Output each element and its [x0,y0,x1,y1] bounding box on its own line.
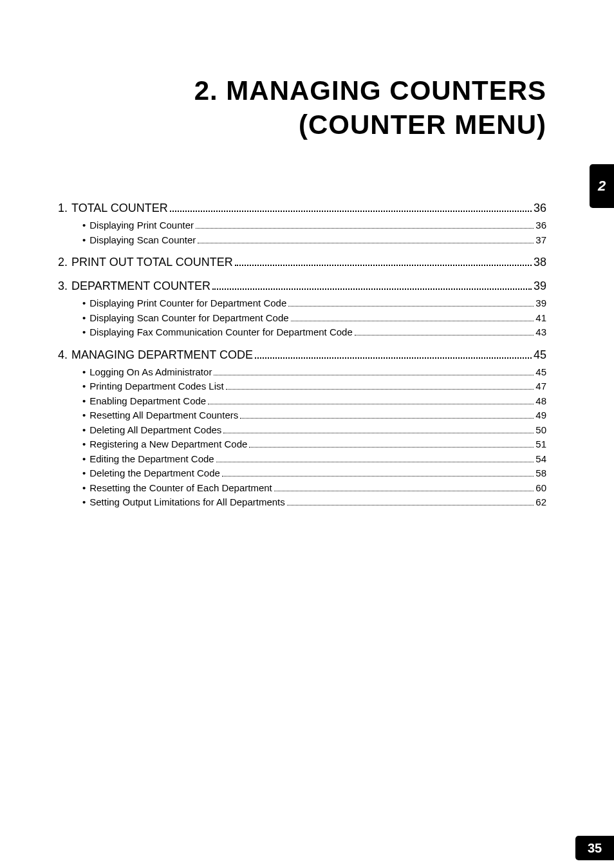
toc-subentry-page: 39 [535,296,546,311]
bullet-icon: • [82,233,89,248]
bullet-icon: • [82,311,89,326]
toc-subentry-page: 60 [535,481,546,496]
toc-entry-page: 36 [534,200,546,217]
toc-leader-dots [288,306,534,307]
toc-leader-dots [287,505,534,505]
toc-subentry-page: 47 [535,379,546,394]
toc-leader-dots [208,404,534,404]
bullet-icon: • [82,365,89,380]
toc-subentry[interactable]: •Displaying Print Counter for Department… [58,296,546,311]
toc-subentry-page: 51 [535,437,546,452]
toc-subentry[interactable]: •Resetting All Department Counters49 [58,408,546,423]
toc-subentry[interactable]: •Deleting All Department Codes50 [58,423,546,438]
toc-entry-page: 39 [534,278,546,295]
toc-entry[interactable]: 4.MANAGING DEPARTMENT CODE45 [58,346,546,364]
toc-subentry-label: Displaying Scan Counter for Department C… [89,311,288,326]
toc-subentry[interactable]: •Displaying Scan Counter for Department … [58,311,546,326]
toc-section: 4.MANAGING DEPARTMENT CODE45•Logging On … [58,346,546,510]
toc-subentry-label: Setting Output Limitations for All Depar… [89,495,284,510]
toc-subentry-label: Displaying Fax Communication Counter for… [89,325,353,340]
toc-entry-label: TOTAL COUNTER [71,200,168,217]
toc-subentry-page: 41 [535,311,546,326]
toc-leader-dots [198,243,534,243]
page-number-footer: 35 [575,836,614,860]
bullet-icon: • [82,481,89,496]
toc-subentry[interactable]: •Deleting the Department Code58 [58,466,546,481]
toc-subentry-label: Deleting the Department Code [89,466,220,481]
toc-subentry-label: Deleting All Department Codes [89,423,221,438]
chapter-title-line2: (COUNTER MENU) [0,108,546,142]
toc-subentry-page: 62 [535,495,546,510]
toc-subentry-page: 48 [535,394,546,409]
toc-leader-dots [170,211,532,212]
toc-subentry-label: Enabling Department Code [89,394,206,409]
toc-subentry-page: 43 [535,325,546,340]
toc-subentry-page: 45 [535,365,546,380]
toc-section: 1.TOTAL COUNTER36•Displaying Print Count… [58,200,546,247]
bullet-icon: • [82,218,89,233]
toc-entry-label: DEPARTMENT COUNTER [71,278,210,295]
toc-subentry[interactable]: •Displaying Fax Communication Counter fo… [58,325,546,340]
toc-subentry[interactable]: •Enabling Department Code48 [58,394,546,409]
toc-leader-dots [212,288,532,290]
toc-subentry[interactable]: •Logging On As Administrator45 [58,365,546,380]
toc-leader-dots [214,375,534,375]
toc-subentry[interactable]: •Displaying Print Counter36 [58,218,546,233]
bullet-icon: • [82,296,89,311]
toc-entry-page: 38 [534,254,546,271]
chapter-tab: 2 [590,164,614,208]
toc-leader-dots [255,357,532,359]
bullet-icon: • [82,408,89,423]
toc-entry-number: 4. [58,346,71,364]
bullet-icon: • [82,325,89,340]
toc-entry-label: PRINT OUT TOTAL COUNTER [71,254,233,271]
toc-subentry-page: 58 [535,466,546,481]
toc-section: 3.DEPARTMENT COUNTER39•Displaying Print … [58,278,546,340]
toc-subentry-page: 54 [535,452,546,467]
toc-leader-dots [291,321,534,321]
toc-entry[interactable]: 3.DEPARTMENT COUNTER39 [58,278,546,295]
toc-entry-number: 2. [58,254,71,271]
bullet-icon: • [82,437,89,452]
bullet-icon: • [82,495,89,510]
toc-subentry[interactable]: •Setting Output Limitations for All Depa… [58,495,546,510]
toc-subentry-page: 50 [535,423,546,438]
toc-subentry-label: Logging On As Administrator [89,365,212,380]
toc-leader-dots [235,265,532,266]
toc-subentry-label: Displaying Print Counter for Department … [89,296,286,311]
toc-leader-dots [274,491,534,491]
toc-leader-dots [196,228,534,229]
toc-entry-number: 3. [58,278,71,295]
toc-section: 2.PRINT OUT TOTAL COUNTER38 [58,254,546,271]
toc-subentry-label: Displaying Scan Counter [89,233,196,248]
toc-subentry[interactable]: •Printing Department Codes List47 [58,379,546,394]
toc-subentry-label: Resetting All Department Counters [89,408,238,423]
toc-subentry-page: 37 [535,233,546,248]
chapter-tab-number: 2 [598,178,606,194]
toc-leader-dots [223,433,534,433]
toc-entry-page: 45 [534,346,546,364]
table-of-contents: 1.TOTAL COUNTER36•Displaying Print Count… [0,142,614,510]
chapter-title-line1: 2. MANAGING COUNTERS [0,74,546,108]
toc-entry-label: MANAGING DEPARTMENT CODE [71,346,253,364]
toc-leader-dots [249,447,534,448]
toc-entry[interactable]: 1.TOTAL COUNTER36 [58,200,546,217]
toc-subentry-label: Resetting the Counter of Each Department [89,481,272,496]
toc-subentry[interactable]: •Displaying Scan Counter37 [58,233,546,248]
toc-entry[interactable]: 2.PRINT OUT TOTAL COUNTER38 [58,254,546,271]
bullet-icon: • [82,466,89,481]
page-number: 35 [588,841,602,856]
toc-leader-dots [216,462,534,462]
toc-subentry[interactable]: •Resetting the Counter of Each Departmen… [58,481,546,496]
toc-subentry[interactable]: •Registering a New Department Code51 [58,437,546,452]
bullet-icon: • [82,452,89,467]
toc-subentry[interactable]: •Editing the Department Code54 [58,452,546,467]
toc-leader-dots [240,418,534,419]
toc-subentry-page: 49 [535,408,546,423]
bullet-icon: • [82,379,89,394]
toc-leader-dots [355,335,534,335]
chapter-title: 2. MANAGING COUNTERS (COUNTER MENU) [0,0,614,142]
toc-leader-dots [226,389,534,390]
toc-leader-dots [222,476,534,476]
toc-subentry-label: Printing Department Codes List [89,379,223,394]
